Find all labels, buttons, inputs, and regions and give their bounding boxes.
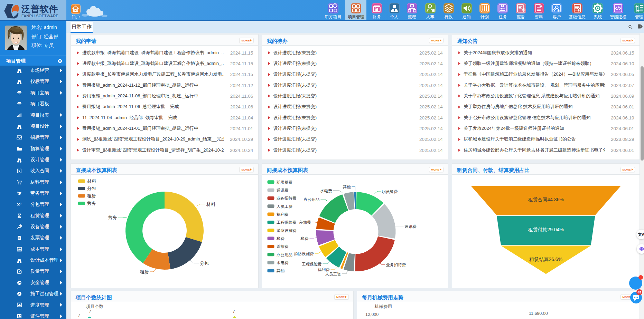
svg-text:项目个数: 项目个数	[86, 304, 104, 309]
svg-text:人员工资: 人员工资	[325, 272, 341, 276]
svg-text:通讯费: 通讯费	[277, 188, 289, 192]
svg-text:材料: 材料	[87, 178, 96, 184]
svg-text:劳务: 劳务	[108, 215, 117, 220]
svg-text:租赁付款29.04%: 租赁付款29.04%	[528, 227, 563, 232]
svg-text:机械费用: 机械费用	[374, 304, 392, 309]
svg-text:工程保险费: 工程保险费	[302, 262, 322, 266]
svg-text:租赁: 租赁	[87, 193, 96, 199]
svg-text:租赁: 租赁	[140, 269, 149, 274]
svg-text:福利费: 福利费	[277, 212, 289, 216]
svg-text:业务招待费: 业务招待费	[277, 196, 297, 200]
svg-text:人员工资: 人员工资	[277, 204, 293, 209]
svg-text:办公用品: 办公用品	[277, 253, 292, 257]
svg-text:消防设施费: 消防设施费	[277, 229, 297, 233]
svg-text:2: 2	[20, 202, 21, 205]
svg-text:12,000: 12,000	[365, 312, 379, 317]
svg-text:福利费: 福利费	[318, 268, 330, 272]
svg-text:消防设施费: 消防设施费	[294, 252, 314, 256]
svg-text:差旅费: 差旅费	[277, 244, 289, 249]
svg-text:材料: 材料	[206, 202, 215, 207]
svg-text:办公用品: 办公用品	[304, 197, 319, 202]
svg-text:通讯费: 通讯费	[404, 224, 417, 229]
svg-text:租赁结算26.6%: 租赁结算26.6%	[529, 257, 562, 262]
svg-text:租赁合同44.36%: 租赁合同44.36%	[528, 197, 563, 202]
svg-text:业务招待费: 业务招待费	[386, 263, 406, 267]
svg-text:差旅费: 差旅费	[299, 220, 311, 224]
svg-text:其他: 其他	[277, 269, 285, 273]
svg-text:7: 7	[233, 309, 235, 314]
svg-text:水电费: 水电费	[276, 261, 289, 265]
svg-text:11,690.00: 11,690.00	[529, 311, 548, 316]
svg-text:7: 7	[78, 313, 80, 318]
svg-text:职员餐费: 职员餐费	[277, 180, 292, 184]
svg-text:职员餐费: 职员餐费	[382, 190, 398, 194]
svg-text:分包: 分包	[200, 261, 209, 266]
svg-text:分包: 分包	[87, 186, 96, 191]
svg-text:其他: 其他	[343, 185, 351, 189]
svg-text:税费: 税费	[276, 236, 284, 241]
svg-text:劳务: 劳务	[87, 201, 96, 206]
svg-text:税费: 税费	[300, 236, 308, 241]
svg-text:7: 7	[89, 309, 91, 314]
svg-text:水电费: 水电费	[320, 189, 332, 193]
svg-text:工程保险费: 工程保险费	[277, 220, 297, 224]
